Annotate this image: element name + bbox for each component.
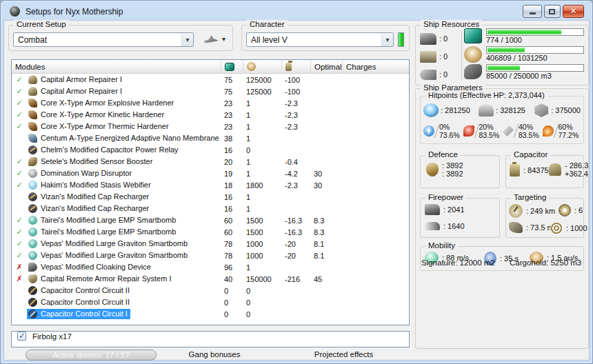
- explosive-armor-resist: 83.5%: [479, 131, 500, 139]
- error-icon: ✗: [12, 263, 27, 271]
- sensor-strength-value: : 1000: [566, 224, 587, 232]
- module-cpu-value: 16: [221, 146, 243, 154]
- gang-bonuses-tab[interactable]: Gang bonuses: [170, 350, 259, 358]
- drone-checkbox[interactable]: [17, 332, 26, 341]
- warp-disruptor-icon: [28, 169, 37, 178]
- minimize-button[interactable]: [523, 5, 542, 18]
- module-row[interactable]: ✗Vepas' Modified Cloaking Device961: [12, 261, 409, 273]
- module-cpu-value: 19: [221, 170, 243, 178]
- modules-header: Modules Optimal Charges: [12, 60, 409, 74]
- capacitor-recharge-icon: [549, 163, 561, 176]
- module-row[interactable]: ✓Core X-Type Armor Thermic Hardener231-2…: [12, 121, 409, 132]
- modules-list[interactable]: Modules Optimal Charges ✓Capital Armor R…: [11, 59, 410, 325]
- targeting-label: Targeting: [511, 193, 549, 201]
- modules-column-header[interactable]: Modules: [12, 60, 221, 73]
- stasis-web-icon: [28, 181, 37, 190]
- title-bar[interactable]: Setups for Nyx Mothership ✕: [3, 3, 590, 20]
- module-grid-value: 0: [243, 299, 282, 307]
- projected-effects-tab[interactable]: Projected effects: [294, 350, 394, 358]
- module-row[interactable]: ✗Capital Remote Armor Repair System I401…: [12, 273, 409, 285]
- kinetic-icon: [503, 125, 514, 136]
- cpu-bar-fill: [488, 30, 561, 34]
- close-button[interactable]: ✕: [563, 5, 584, 18]
- module-grid-value: 1: [243, 158, 282, 166]
- kinetic-resist: 40%83.5%: [503, 123, 543, 139]
- module-row[interactable]: ✓Vepas' Modified Large Graviton Smartbom…: [12, 250, 409, 261]
- capacitor-column-header[interactable]: [282, 60, 311, 73]
- cpu-column-header[interactable]: [221, 60, 243, 73]
- em-armor-resist: 73.6%: [439, 131, 460, 139]
- module-grid-value: 1: [243, 193, 282, 201]
- defence-value-2: : 3892: [442, 170, 463, 178]
- drones-box[interactable]: Firbolg x17: [11, 331, 410, 347]
- module-row[interactable]: Capacitor Control Circuit II00: [12, 296, 409, 308]
- module-cap-value: -4.2: [282, 170, 311, 178]
- launcher-hardpoint-count: : 0: [439, 52, 448, 61]
- module-cpu-value: 78: [221, 240, 243, 248]
- module-row[interactable]: ✓Hakim's Modified Stasis Webifier181800-…: [12, 179, 409, 191]
- module-row[interactable]: ✓Tairei's Modified Large EMP Smartbomb60…: [12, 226, 409, 238]
- em-icon: [423, 125, 434, 136]
- module-cap-value: -2.3: [282, 111, 311, 119]
- cap-recharger-icon: [28, 192, 37, 201]
- turret-hardpoint-icon: [420, 33, 436, 45]
- setups-window: Setups for Nyx Mothership ✕ Current Setu…: [0, 0, 593, 364]
- smartbomb-icon: [28, 216, 37, 225]
- module-row[interactable]: Vizan's Modified Cap Recharger161: [12, 191, 409, 203]
- module-cpu-value: 0: [221, 287, 243, 295]
- capacitor-amount: : 84375: [523, 166, 549, 174]
- dronebay-usage-text: 85000 / 250000 m3: [486, 72, 584, 80]
- rig-slot-icon: [420, 70, 436, 80]
- armorhp-icon: [479, 104, 494, 117]
- window-title: Setups for Nyx Mothership: [26, 7, 123, 17]
- module-row[interactable]: Capacitor Control Circuit II00: [12, 285, 409, 296]
- drone-row[interactable]: Firbolg x17: [12, 332, 409, 341]
- module-cpu-value: 16: [221, 193, 243, 201]
- targeting-range-value: : 249 km: [526, 207, 555, 215]
- module-row[interactable]: ✓Tairei's Modified Large EMP Smartbomb60…: [12, 214, 409, 226]
- module-cpu-value: 23: [221, 99, 243, 108]
- module-row[interactable]: Capacitor Control Circuit I00: [12, 308, 409, 320]
- module-cpu-value: 0: [221, 310, 243, 318]
- module-row[interactable]: Centum A-Type Energized Adaptive Nano Me…: [12, 132, 409, 144]
- chevron-down-icon[interactable]: ▾: [181, 33, 193, 46]
- hull-hp-value: : 375000: [551, 106, 581, 114]
- module-row[interactable]: ✓Vepas' Modified Large Graviton Smartbom…: [12, 238, 409, 250]
- charges-column-header[interactable]: Charges: [343, 60, 409, 73]
- hardpoint-counters: : 0: 0: 0: [420, 30, 460, 83]
- powergrid-column-header[interactable]: [243, 60, 282, 73]
- module-cap-value: -2.3: [282, 99, 311, 108]
- armorhp-hp: : 328125: [479, 104, 525, 117]
- firepower-group: Firepower : 2041 : 1640: [420, 198, 500, 238]
- module-name: Capital Remote Armor Repair System I: [41, 274, 172, 283]
- module-cap-value: -2.3: [282, 123, 311, 131]
- check-icon: ✓: [12, 240, 27, 247]
- module-row[interactable]: ✓Capital Armor Repairer I75125000-100: [12, 74, 409, 85]
- thermal-armor-resist: 77.2%: [559, 131, 579, 139]
- check-icon: ✓: [12, 88, 27, 95]
- module-row[interactable]: Vizan's Modified Cap Recharger161: [12, 203, 409, 214]
- current-setup-dropdown[interactable]: Combat ▾: [13, 32, 194, 47]
- chevron-down-icon[interactable]: ▾: [381, 33, 393, 46]
- character-dropdown[interactable]: All level V ▾: [246, 32, 394, 47]
- drone-label: Firbolg x17: [32, 332, 72, 341]
- module-name: Core X-Type Armor Thermic Hardener: [41, 122, 169, 130]
- maximize-button[interactable]: [544, 5, 561, 18]
- powergrid-bar-fill: [488, 48, 525, 52]
- module-row[interactable]: ✓Setele's Modified Sensor Booster201-0.4: [12, 156, 409, 168]
- module-row[interactable]: ✓Domination Warp Disruptor191-4.230: [12, 168, 409, 179]
- ship-menu-button[interactable]: ▾: [203, 34, 225, 43]
- module-grid-value: 1: [243, 263, 282, 272]
- module-row[interactable]: ✓Capital Armor Repairer I75125000-100: [12, 85, 409, 97]
- client-area: Current Setup Combat ▾ ▾ Character All l…: [3, 20, 590, 361]
- module-row[interactable]: ✓Core X-Type Armor Explosive Hardener231…: [12, 97, 409, 109]
- active-drones-button[interactable]: Active drones: 17 / 17: [26, 350, 157, 361]
- dronebay-bar: [486, 64, 584, 72]
- cpu-icon: [464, 28, 482, 43]
- module-row[interactable]: Chelm's Modified Capacitor Power Relay16…: [12, 144, 409, 156]
- module-row[interactable]: ✓Core X-Type Armor Kinetic Hardener231-2…: [12, 109, 409, 121]
- armor-repairer-icon: [28, 87, 37, 96]
- optimal-column-header[interactable]: Optimal: [311, 60, 343, 73]
- thermal-resist: 60%77.2%: [543, 123, 583, 139]
- module-cap-value: -20: [282, 252, 311, 260]
